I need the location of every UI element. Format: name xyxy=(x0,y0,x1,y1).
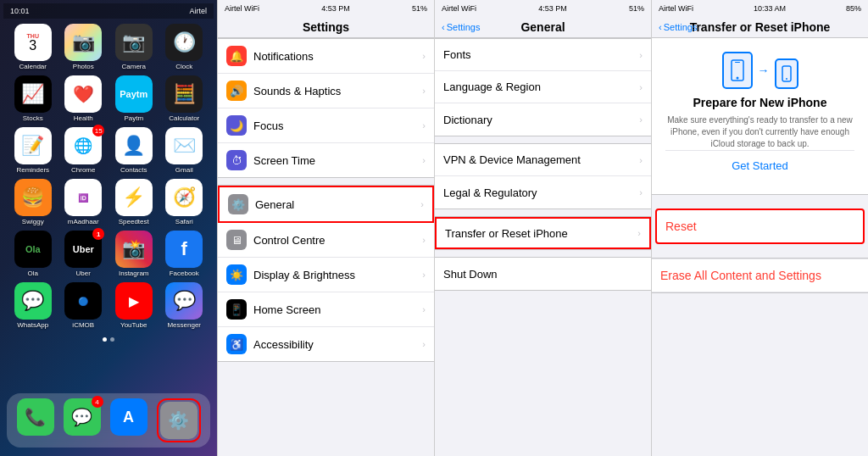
get-started-button[interactable]: Get Started xyxy=(665,150,854,181)
transfer-back-label: Settings xyxy=(664,22,698,32)
app-ola[interactable]: Ola Ola xyxy=(10,231,56,277)
battery-general: 51% xyxy=(629,4,644,13)
svg-rect-1 xyxy=(735,62,740,63)
app-photos[interactable]: 📷 Photos xyxy=(61,24,107,70)
app-reminders[interactable]: 📝 Reminders xyxy=(10,127,56,174)
legal-label: Legal & Regulatory xyxy=(443,186,639,199)
general-section-2: VPN & Device Management › Legal & Regula… xyxy=(435,143,651,209)
app-whatsapp[interactable]: 💬 WhatsApp xyxy=(10,282,56,329)
control-chevron: › xyxy=(422,235,426,245)
app-uber[interactable]: Uber 1 Uber xyxy=(61,231,107,277)
settings-row-homescreen[interactable]: 📱 Home Screen › xyxy=(218,292,434,327)
reset-section: Reset xyxy=(652,202,868,251)
settings-row-focus[interactable]: 🌙 Focus › xyxy=(218,108,434,143)
app-label-ola: Ola xyxy=(28,270,38,277)
transfer-back-button[interactable]: ‹ Settings xyxy=(659,22,697,32)
dock-messages[interactable]: 💬 4 xyxy=(64,398,101,442)
vpn-label: VPN & Device Management xyxy=(443,153,639,166)
general-section-4: Shut Down xyxy=(435,257,651,291)
home-screen-panel: 10:01 Airtel THU 3 Calendar 📷 Photos � xyxy=(0,0,217,456)
app-youtube[interactable]: ▶ YouTube xyxy=(111,282,157,329)
status-bar-home: 10:01 Airtel xyxy=(3,3,214,19)
time-home: 10:01 xyxy=(10,7,30,15)
dock-settings[interactable]: ⚙️ xyxy=(157,398,201,442)
general-nav-bar: ‹ Settings General xyxy=(435,17,651,38)
general-row-dictionary[interactable]: Dictionary › xyxy=(435,103,651,136)
transfer-label: Transfer or Reset iPhone xyxy=(445,227,637,240)
dictionary-label: Dictionary xyxy=(443,114,639,126)
general-section-3: Transfer or Reset iPhone › xyxy=(435,216,651,250)
app-label-youtube: YouTube xyxy=(120,321,147,329)
app-icmob[interactable]: 🔵 iCMOB xyxy=(61,282,107,329)
reset-row[interactable]: Reset xyxy=(655,209,865,244)
settings-row-screentime[interactable]: ⏱ Screen Time › xyxy=(218,143,434,177)
erase-section: Erase All Content and Settings xyxy=(652,258,868,293)
app-health[interactable]: ❤️ Health xyxy=(61,75,107,122)
general-back-button[interactable]: ‹ Settings xyxy=(442,22,480,32)
transfer-chevron: › xyxy=(637,228,641,238)
display-label: Display & Brightness xyxy=(253,269,422,281)
app-label-speedtest: Speedtest xyxy=(119,218,149,225)
app-speedtest[interactable]: ⚡ Speedtest xyxy=(111,179,157,225)
back-chevron-icon: ‹ xyxy=(442,22,445,32)
app-contacts[interactable]: 👤 Contacts xyxy=(111,127,157,174)
general-row-shutdown[interactable]: Shut Down xyxy=(435,258,651,290)
settings-row-notifications[interactable]: 🔔 Notifications › xyxy=(218,39,434,74)
messages-badge: 4 xyxy=(92,396,103,408)
app-calculator[interactable]: 🧮 Calculator xyxy=(162,75,208,122)
settings-row-display[interactable]: ☀️ Display & Brightness › xyxy=(218,258,434,292)
page-dots xyxy=(3,334,214,345)
app-gmail[interactable]: ✉️ Gmail xyxy=(162,127,208,174)
app-label-camera: Camera xyxy=(122,63,146,70)
general-row-legal[interactable]: Legal & Regulatory › xyxy=(435,176,651,209)
app-camera[interactable]: 📷 Camera xyxy=(111,24,157,70)
general-list: Fonts › Language & Region › Dictionary ›… xyxy=(435,38,651,456)
general-row-language[interactable]: Language & Region › xyxy=(435,71,651,103)
app-safari[interactable]: 🧭 Safari xyxy=(162,179,208,225)
general-row-vpn[interactable]: VPN & Device Management › xyxy=(435,144,651,176)
app-clock[interactable]: 🕐 Clock xyxy=(162,24,208,70)
status-bar-general: Airtel WiFi 4:53 PM 51% xyxy=(435,0,651,17)
fonts-chevron: › xyxy=(639,50,643,60)
app-stocks[interactable]: 📈 Stocks xyxy=(10,75,56,122)
general-row-transfer[interactable]: Transfer or Reset iPhone › xyxy=(435,217,651,249)
app-instagram[interactable]: 📸 Instagram xyxy=(111,231,157,277)
status-bar-settings: Airtel WiFi 4:53 PM 51% xyxy=(218,0,434,17)
screentime-chevron: › xyxy=(422,155,426,165)
app-grid: THU 3 Calendar 📷 Photos 📷 Camera 🕐 Clock xyxy=(3,19,214,334)
notifications-chevron: › xyxy=(422,51,426,61)
app-swiggy[interactable]: 🍔 Swiggy xyxy=(10,179,56,225)
dock-phone[interactable]: 📞 xyxy=(17,398,54,442)
general-chevron: › xyxy=(420,199,424,209)
battery-settings: 51% xyxy=(412,4,427,13)
notifications-label: Notifications xyxy=(253,50,422,63)
language-label: Language & Region xyxy=(443,81,639,93)
control-label: Control Centre xyxy=(253,234,422,247)
dock-appstore[interactable]: A xyxy=(110,398,147,442)
carrier-transfer: Airtel WiFi xyxy=(659,4,693,13)
control-icon: 🖥 xyxy=(226,230,247,250)
app-maadhaar[interactable]: 🆔 mAadhaar xyxy=(61,179,107,225)
settings-row-accessibility[interactable]: ♿ Accessibility › xyxy=(218,327,434,361)
app-label-whatsapp: WhatsApp xyxy=(17,321,48,329)
erase-row[interactable]: Erase All Content and Settings xyxy=(652,259,868,292)
app-paytm[interactable]: Paytm Paytm xyxy=(111,75,157,122)
focus-icon: 🌙 xyxy=(226,115,247,136)
app-chrome[interactable]: 🌐 15 Chrome xyxy=(61,127,107,174)
transfer-nav-bar: ‹ Settings Transfer or Reset iPhone xyxy=(652,17,868,38)
app-label-swiggy: Swiggy xyxy=(22,218,44,225)
app-calendar[interactable]: THU 3 Calendar xyxy=(10,24,56,70)
settings-row-sounds[interactable]: 🔊 Sounds & Haptics › xyxy=(218,74,434,108)
transfer-hero-title: Prepare for New iPhone xyxy=(665,96,854,109)
app-label-health: Health xyxy=(74,114,93,122)
battery-transfer: 85% xyxy=(846,4,861,13)
general-row-fonts[interactable]: Fonts › xyxy=(435,39,651,71)
app-label-messenger: Messenger xyxy=(167,321,201,329)
settings-row-control[interactable]: 🖥 Control Centre › xyxy=(218,223,434,258)
general-icon: ⚙️ xyxy=(228,194,248,214)
sounds-chevron: › xyxy=(422,86,426,96)
settings-row-general[interactable]: ⚙️ General › xyxy=(218,186,434,223)
uber-badge: 1 xyxy=(92,228,104,240)
app-facebook[interactable]: f Facebook xyxy=(162,231,208,277)
app-messenger[interactable]: 💬 Messenger xyxy=(162,282,208,329)
